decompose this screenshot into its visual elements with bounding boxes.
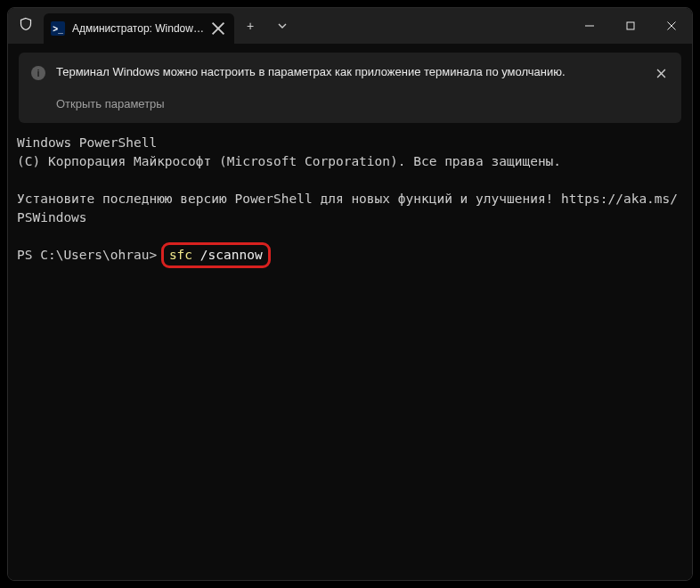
tab-dropdown-button[interactable] bbox=[266, 8, 298, 44]
close-window-button[interactable] bbox=[651, 8, 692, 44]
open-settings-link[interactable]: Открыть параметры bbox=[56, 97, 165, 110]
info-message: Терминал Windows можно настроить в парам… bbox=[56, 65, 642, 80]
info-close-button[interactable] bbox=[653, 65, 669, 81]
powershell-icon: >_ bbox=[51, 21, 65, 36]
tab-powershell[interactable]: >_ Администратор: Windows Pc bbox=[44, 13, 234, 44]
terminal-line: Установите последнюю версию PowerShell д… bbox=[17, 192, 678, 225]
minimize-button[interactable] bbox=[569, 8, 610, 44]
titlebar: >_ Администратор: Windows Pc + bbox=[8, 8, 692, 44]
terminal-line: Windows PowerShell bbox=[17, 135, 157, 150]
titlebar-spacer bbox=[298, 8, 569, 44]
terminal-output[interactable]: Windows PowerShell (C) Корпорация Майкро… bbox=[8, 128, 692, 580]
new-tab-button[interactable]: + bbox=[234, 8, 266, 44]
terminal-prompt: PS C:\Users\ohrau> bbox=[17, 248, 165, 262]
admin-shield-area bbox=[8, 8, 44, 44]
command-args: /scannow bbox=[192, 248, 263, 262]
tab-title: Администратор: Windows Pc bbox=[72, 22, 204, 35]
tab-close-button[interactable] bbox=[211, 21, 225, 36]
terminal-line: (C) Корпорация Майкрософт (Microsoft Cor… bbox=[17, 154, 561, 168]
info-bar: i Терминал Windows можно настроить в пар… bbox=[19, 53, 681, 123]
window-controls bbox=[569, 8, 692, 44]
highlighted-command: sfc /scannow bbox=[161, 242, 271, 268]
terminal-window: >_ Администратор: Windows Pc + i Терм bbox=[7, 7, 693, 581]
svg-rect-3 bbox=[627, 22, 634, 29]
command-name: sfc bbox=[169, 248, 192, 262]
info-icon: i bbox=[31, 66, 45, 80]
shield-icon bbox=[19, 17, 33, 35]
maximize-button[interactable] bbox=[610, 8, 651, 44]
